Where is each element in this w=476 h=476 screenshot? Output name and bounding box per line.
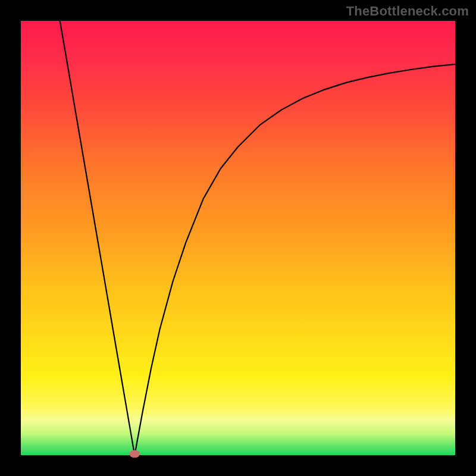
chart-frame: TheBottleneck.com: [0, 0, 476, 476]
chart-svg: [21, 21, 455, 455]
plot-area: [21, 21, 455, 455]
curve-left-branch: [60, 21, 135, 455]
watermark-text: TheBottleneck.com: [346, 4, 469, 19]
curve-right-branch: [134, 64, 455, 455]
minimum-marker: [129, 450, 140, 458]
